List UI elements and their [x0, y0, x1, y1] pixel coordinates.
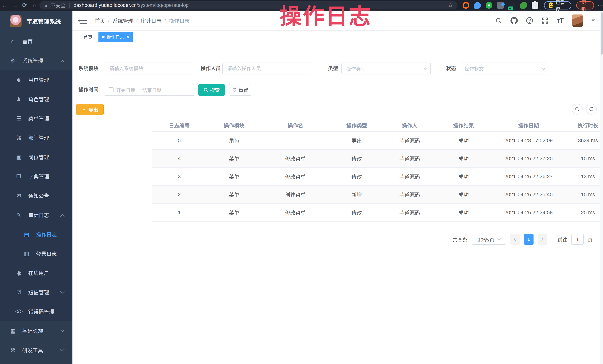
breadcrumb-item[interactable]: 审计日志	[141, 17, 162, 24]
chevron-down-icon	[60, 347, 65, 352]
reset-button[interactable]: 重置	[229, 84, 251, 96]
chevron-down-icon	[542, 66, 545, 70]
sidebar-item-label: 首页	[22, 37, 33, 45]
export-button[interactable]: 导出	[76, 104, 104, 115]
tag-active[interactable]: 操作日志×	[98, 32, 133, 42]
sidebar-item-label: 字典管理	[28, 173, 49, 180]
sidebar-item-label: 角色管理	[28, 95, 49, 103]
search-icon[interactable]	[495, 17, 502, 24]
column-header: 操作名	[262, 119, 329, 132]
sidebar-toggle-icon[interactable]	[80, 17, 87, 24]
browser-home-icon[interactable]: ⌂	[30, 0, 39, 11]
sidebar-item-audit-log[interactable]: ✎审计日志	[0, 205, 72, 225]
extension-orange-icon[interactable]	[463, 2, 469, 9]
sidebar-item-dict-mgmt[interactable]: ❒字典管理	[0, 167, 72, 186]
breadcrumb-item: 操作日志	[169, 17, 190, 24]
sidebar-item-post-mgmt[interactable]: ▣岗位管理	[0, 147, 72, 167]
tag-item[interactable]: 首页	[80, 32, 96, 42]
sidebar-item-dev-tools[interactable]: ⚒研发工具	[0, 341, 72, 360]
sidebar-item-system-mgmt[interactable]: ⚙系统管理	[0, 51, 72, 70]
sidebar-item-error-code-mgmt[interactable]: </>错误码管理	[0, 302, 72, 321]
table-cell: 芋道源码	[384, 186, 435, 203]
table-refresh-button[interactable]	[586, 104, 597, 114]
sidebar-item-notice[interactable]: ✉通知公告	[0, 186, 72, 205]
navbar-actions: ᴛT	[495, 14, 595, 27]
table-cell: 菜单	[206, 149, 262, 167]
breadcrumb-item[interactable]: 首页	[95, 17, 105, 24]
login-log-icon: ▥	[22, 250, 31, 257]
sidebar-item-user-mgmt[interactable]: ☻用户管理	[0, 70, 72, 89]
update-label: 更新	[581, 0, 589, 12]
address-bar[interactable]: ▲ 不安全 | dashboard.yudao.iocoder.cn /syst…	[39, 1, 457, 10]
font-size-icon[interactable]: ᴛT	[557, 17, 564, 24]
gear-icon: ⚙	[9, 57, 17, 64]
sidebar-item-infrastructure[interactable]: ▦基础设施	[0, 321, 72, 341]
browser-forward-icon[interactable]: →	[10, 0, 20, 11]
extension-dark-icon[interactable]: on	[509, 2, 515, 9]
page-1-button[interactable]: 1	[524, 234, 533, 245]
sidebar-item-login-log[interactable]: ▥登录日志	[0, 244, 72, 263]
sidebar-logo-row[interactable]: 芋道管理系统	[0, 11, 72, 32]
module-input[interactable]	[104, 63, 194, 74]
extension-pin-icon[interactable]	[474, 2, 481, 9]
chevron-up-icon	[60, 60, 65, 64]
fullscreen-icon[interactable]	[542, 17, 549, 24]
page-scrollbar[interactable]	[600, 11, 603, 364]
help-icon[interactable]	[526, 17, 533, 24]
browser-menu-icon[interactable]: ⋮	[597, 3, 603, 8]
browser-reload-icon[interactable]: ⟳	[20, 0, 30, 11]
sms-shield-icon: ☑	[14, 289, 23, 296]
browser-update-button[interactable]: 更新	[576, 1, 594, 10]
type-select[interactable]: 操作类型	[341, 63, 431, 74]
extension-green-icon[interactable]: V	[486, 2, 492, 9]
sidebar-item-label: 用户管理	[28, 76, 49, 84]
table-cell: 修改菜单	[262, 149, 329, 167]
table-row: 1菜单修改菜单修改芋道源码成功2021-04-26 22:34:5825 ms详…	[152, 203, 603, 221]
sidebar-item-label: 部门管理	[28, 134, 49, 142]
sidebar-item-dept-mgmt[interactable]: ⌘部门管理	[0, 128, 72, 147]
sidebar-item-label: 通知公告	[28, 192, 49, 199]
extension-leaf-icon[interactable]	[520, 2, 527, 9]
goto-page-input[interactable]	[571, 234, 584, 245]
menu-list-icon: ☰	[14, 115, 23, 122]
github-icon[interactable]	[510, 17, 518, 24]
breadcrumb-item[interactable]: 系统管理	[113, 17, 133, 24]
table-cell: 2021-04-26 22:34:58	[492, 203, 565, 221]
filter-status-label: 状态	[439, 63, 456, 74]
table-cell: 角色	[206, 132, 262, 149]
page-size-select[interactable]: 10条/页	[472, 234, 506, 245]
chevron-left-icon	[514, 238, 517, 241]
paused-profile-chip[interactable]: 已暂停	[544, 1, 571, 10]
sidebar-item-label: 在线用户	[28, 269, 49, 276]
sidebar-item-operate-log[interactable]: ▤操作日志	[0, 225, 72, 244]
avatar-dropdown-caret-icon[interactable]	[591, 20, 595, 23]
table-cell: 修改	[329, 149, 384, 167]
security-label: 不安全	[50, 2, 66, 9]
browser-back-icon[interactable]: ←	[0, 0, 10, 11]
sidebar-item-label: 错误码管理	[28, 308, 54, 315]
column-header: 操作结果	[435, 119, 492, 132]
user-avatar[interactable]	[572, 14, 583, 27]
chevron-right-icon	[540, 238, 544, 241]
date-range-input[interactable]: 开始日期 - 结束日期	[104, 84, 194, 96]
operator-input[interactable]	[222, 63, 312, 74]
bookmark-star-icon[interactable]: ☆	[448, 2, 453, 9]
filter-time-label: 操作时间	[74, 84, 98, 96]
sidebar: 芋道管理系统 ⌂首页⚙系统管理☻用户管理♟角色管理☰菜单管理⌘部门管理▣岗位管理…	[0, 11, 72, 364]
sidebar-item-sms-mgmt[interactable]: ☑短信管理	[0, 283, 72, 302]
extensions-puzzle-icon[interactable]	[532, 2, 538, 9]
table-search-toggle-button[interactable]	[572, 104, 583, 114]
scrollbar-thumb[interactable]	[601, 12, 603, 55]
status-select[interactable]: 操作状态	[460, 63, 549, 74]
prev-page-button[interactable]	[510, 234, 520, 245]
search-button[interactable]: 搜索	[198, 84, 225, 96]
extension-gray-icon[interactable]	[497, 2, 504, 9]
sidebar-item-home[interactable]: ⌂首页	[0, 32, 72, 51]
sidebar-item-label: 基础设施	[22, 327, 43, 334]
sidebar-item-menu-mgmt[interactable]: ☰菜单管理	[0, 109, 72, 128]
tag-close-icon[interactable]: ×	[127, 34, 129, 40]
sidebar-item-role-mgmt[interactable]: ♟角色管理	[0, 89, 72, 109]
calendar-icon	[109, 88, 114, 92]
sidebar-item-online-users[interactable]: ◉在线用户	[0, 263, 72, 283]
next-page-button[interactable]	[538, 234, 547, 245]
